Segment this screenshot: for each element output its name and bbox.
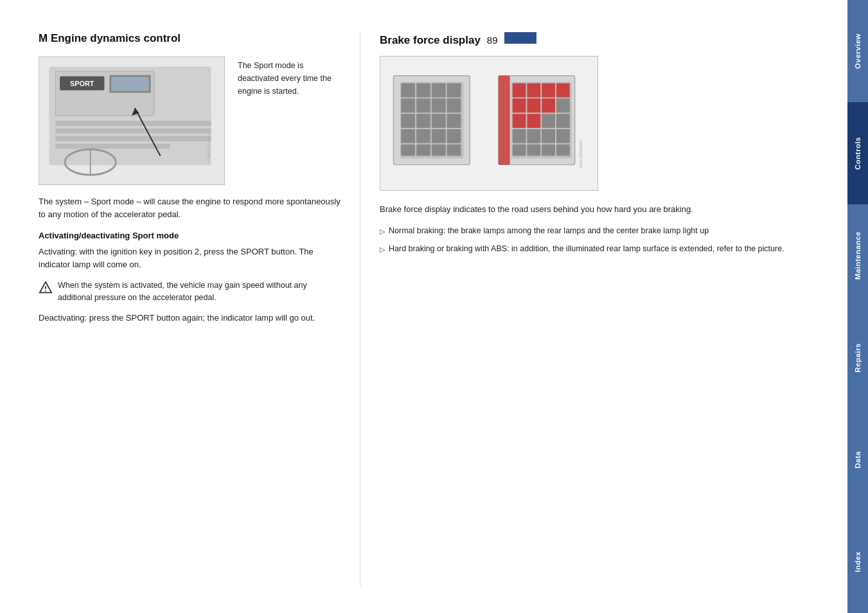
svg-rect-35 <box>416 129 430 143</box>
svg-rect-52 <box>556 98 570 112</box>
svg-rect-59 <box>542 129 555 143</box>
svg-rect-41 <box>447 145 461 156</box>
svg-rect-63 <box>542 145 555 156</box>
tab-data-label: Data <box>854 451 862 468</box>
sport-caption-text: The Sport mode is deactivated every time… <box>238 59 341 98</box>
activating-text: Activating: with the ignition key in pos… <box>39 245 341 271</box>
tab-index[interactable]: Index <box>847 511 868 613</box>
svg-rect-27 <box>416 98 430 112</box>
right-section-title: Brake force display <box>380 34 481 47</box>
left-section-title: M Engine dynamics control <box>39 32 341 45</box>
svg-rect-29 <box>447 98 461 112</box>
bullet-item-2: ▷ Hard braking or braking with ABS: in a… <box>380 243 828 255</box>
bullet-text-2: Hard braking or braking with ABS: in add… <box>389 243 784 255</box>
svg-point-18 <box>45 290 46 292</box>
svg-rect-60 <box>556 129 570 143</box>
svg-rect-34 <box>401 129 415 143</box>
svg-text:SPORT: SPORT <box>70 80 94 87</box>
svg-rect-64 <box>556 145 570 156</box>
svg-rect-40 <box>432 145 446 156</box>
svg-rect-31 <box>416 114 430 128</box>
svg-rect-22 <box>401 84 415 98</box>
svg-rect-53 <box>513 114 526 128</box>
svg-rect-37 <box>447 129 461 143</box>
svg-rect-23 <box>416 84 430 98</box>
sport-illustration: SPORT UVW714CZMA <box>39 57 225 185</box>
svg-rect-30 <box>401 114 415 128</box>
tab-repairs-label: Repairs <box>854 343 862 373</box>
tab-maintenance-label: Maintenance <box>854 231 862 280</box>
svg-rect-61 <box>513 145 526 156</box>
tab-index-label: Index <box>854 551 862 573</box>
svg-rect-50 <box>527 98 540 112</box>
right-tail-lamp <box>499 76 575 165</box>
svg-rect-25 <box>447 84 461 98</box>
svg-rect-9 <box>55 136 211 141</box>
svg-rect-56 <box>556 114 570 128</box>
svg-rect-26 <box>401 98 415 112</box>
bullet-arrow-2: ▷ <box>380 244 385 255</box>
right-intro-text: Brake force display indicates to the roa… <box>380 203 828 216</box>
svg-rect-62 <box>527 145 540 156</box>
svg-rect-36 <box>432 129 446 143</box>
svg-rect-47 <box>542 84 555 98</box>
left-tail-lamp <box>393 76 470 165</box>
svg-rect-38 <box>401 145 415 156</box>
warning-text: When the system is activated, the vehicl… <box>58 280 341 304</box>
right-header: Brake force display 89 <box>380 32 828 47</box>
deactivating-text: Deactivating: press the SPORT button aga… <box>39 312 341 324</box>
right-section: Brake force display 89 <box>360 32 828 587</box>
svg-rect-48 <box>556 84 570 98</box>
tab-maintenance[interactable]: Maintenance <box>847 204 868 306</box>
tab-controls-label: Controls <box>854 137 862 170</box>
svg-text:UVW3586CZMA: UVW3586CZMA <box>579 139 583 168</box>
svg-rect-6 <box>111 77 148 91</box>
activating-subsection-title: Activating/deactivating Sport mode <box>39 231 341 240</box>
svg-rect-32 <box>432 114 446 128</box>
left-image-caption-area: SPORT UVW714CZMA <box>39 57 341 185</box>
svg-rect-28 <box>432 98 446 112</box>
svg-rect-55 <box>542 114 555 128</box>
svg-rect-10 <box>55 144 170 149</box>
tab-controls[interactable]: Controls <box>847 102 868 204</box>
svg-rect-58 <box>527 129 540 143</box>
left-intro-text: The system – Sport mode – will cause the… <box>39 195 341 220</box>
brake-illustration: UVW3586CZMA <box>380 56 598 191</box>
tab-repairs[interactable]: Repairs <box>847 306 868 409</box>
svg-rect-46 <box>527 84 540 98</box>
svg-rect-39 <box>416 145 430 156</box>
page-number-bar <box>504 32 536 44</box>
bullet-item-1: ▷ Normal braking: the brake lamps among … <box>380 225 828 237</box>
svg-rect-24 <box>432 84 446 98</box>
svg-text:UVW714CZMA: UVW714CZMA <box>207 133 211 159</box>
svg-rect-43 <box>499 76 510 165</box>
svg-rect-7 <box>55 121 211 126</box>
svg-rect-49 <box>513 98 526 112</box>
warning-icon <box>39 281 53 295</box>
page-number: 89 <box>487 35 498 46</box>
sport-caption: The Sport mode is deactivated every time… <box>238 57 341 185</box>
tab-overview-label: Overview <box>854 33 862 69</box>
svg-rect-51 <box>542 98 555 112</box>
left-section: M Engine dynamics control SPORT <box>39 32 360 587</box>
svg-rect-45 <box>513 84 526 98</box>
svg-rect-54 <box>527 114 540 128</box>
bullet-arrow-1: ▷ <box>380 226 385 237</box>
bullet-text-1: Normal braking: the brake lamps among th… <box>389 225 709 237</box>
tab-overview[interactable]: Overview <box>847 0 868 102</box>
svg-rect-33 <box>447 114 461 128</box>
brake-bullet-list: ▷ Normal braking: the brake lamps among … <box>380 225 828 256</box>
tab-data[interactable]: Data <box>847 409 868 511</box>
sidebar-tabs: Overview Controls Maintenance Repairs Da… <box>847 0 868 613</box>
svg-rect-8 <box>55 129 211 134</box>
warning-box: When the system is activated, the vehicl… <box>39 280 341 304</box>
svg-rect-57 <box>513 129 526 143</box>
